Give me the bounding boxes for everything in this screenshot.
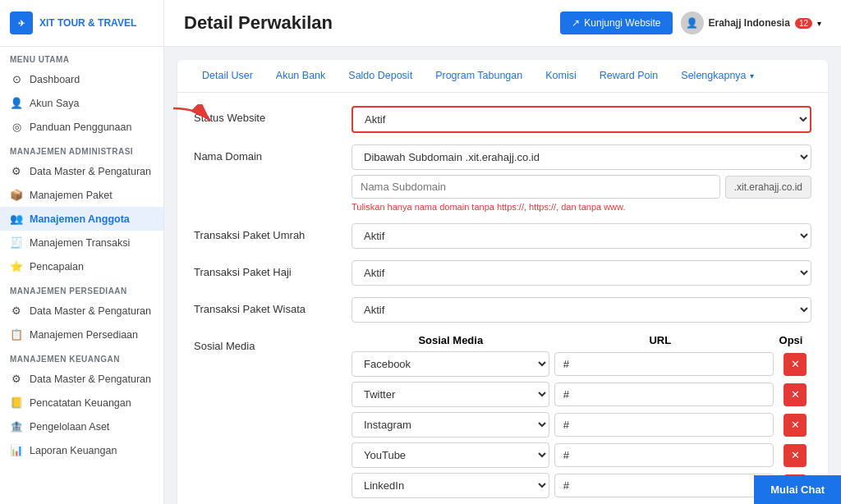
section-label-keuangan: Manajemen Keuangan [0,346,163,367]
transaksi-wisata-select[interactable]: Aktif Non Aktif [352,297,811,323]
social-delete-button-twitter[interactable]: ✕ [784,383,807,406]
social-row-instagram: FacebookTwitterInstagramYouTubeLinkedIn … [352,412,811,438]
kunjungi-label: Kunjungi Website [584,17,660,29]
users-icon: 👥 [10,213,23,225]
social-table-header: Sosial Media URL Opsi [352,334,811,346]
social-platform-select-instagram[interactable]: FacebookTwitterInstagramYouTubeLinkedIn [352,412,549,438]
tab-komisi[interactable]: Komisi [534,60,588,93]
gear-icon: ⚙ [10,165,23,177]
sidebar-item-manajemen-persediaan[interactable]: 📋 Manajemen Persediaan [0,323,163,346]
tab-reward-poin[interactable]: Reward Poin [588,60,670,93]
social-url-input-facebook[interactable] [554,352,774,376]
social-row-twitter: FacebookTwitterInstagramYouTubeLinkedIn … [352,382,811,407]
sidebar-item-label: Data Master & Pengaturan [30,166,151,177]
social-platform-select-linkedin[interactable]: FacebookTwitterInstagramYouTubeLinkedIn [352,473,549,498]
mulai-chat-button[interactable]: Mulai Chat [754,475,841,504]
sidebar-item-manajemen-transaksi[interactable]: 🧾 Manajemen Transaksi [0,231,163,254]
tab-program-tabungan[interactable]: Program Tabungan [424,60,534,93]
receipt-icon: 🧾 [10,236,23,249]
nama-domain-group: Nama Domain Dibawah Subdomain .xit.eraha… [194,144,811,212]
social-delete-button-facebook[interactable]: ✕ [784,353,807,376]
tab-selengkapnya[interactable]: Selengkapnya ▾ [669,60,765,93]
sidebar-item-akun-saya[interactable]: 👤 Akun Saya [0,91,163,115]
social-url-input-instagram[interactable] [554,413,774,437]
tab-detail-user[interactable]: Detail User [191,60,264,93]
dashboard-icon: ⊙ [10,73,23,85]
sidebar-item-data-master-keuangan[interactable]: ⚙ Data Master & Pengaturan [0,367,163,391]
tab-akun-bank[interactable]: Akun Bank [264,60,337,93]
sidebar-item-data-master-admin[interactable]: ⚙ Data Master & Pengaturan [0,159,163,183]
sidebar-item-label: Manajemen Anggota [30,213,130,225]
star-icon: ⭐ [10,260,23,273]
subdomain-row: .xit.erahajj.co.id [352,175,811,199]
chevron-down-icon: ▾ [750,71,754,80]
chevron-down-icon: ▾ [817,19,821,28]
social-row-linkedin: FacebookTwitterInstagramYouTubeLinkedIn … [352,473,811,498]
status-website-control: Aktif Non Aktif [352,106,811,133]
subdomain-input[interactable] [352,175,720,199]
social-platform-select-facebook[interactable]: FacebookTwitterInstagramYouTubeLinkedIn [352,351,549,377]
transaksi-umrah-select[interactable]: Aktif Non Aktif [352,223,811,249]
transaksi-umrah-label: Transaksi Paket Umrah [194,223,342,241]
subdomain-suffix: .xit.erahajj.co.id [725,176,811,199]
sidebar-item-manajemen-anggota[interactable]: 👥 Manajemen Anggota [0,207,163,231]
col-opsi: Opsi [770,334,811,346]
transaksi-wisata-control: Aktif Non Aktif [352,297,811,323]
kunjungi-website-button[interactable]: ↗ Kunjungi Website [560,11,672,34]
sidebar-item-dashboard[interactable]: ⊙ Dashboard [0,67,163,91]
social-url-input-twitter[interactable] [554,383,774,406]
external-link-icon: ↗ [572,17,580,29]
user-name: Erahajj Indonesia [709,17,790,29]
ledger-icon: 📒 [10,396,23,409]
transaksi-haji-select[interactable]: Aktif Non Aktif [352,260,811,286]
section-label-menu-utama: Menu Utama [0,47,163,67]
sidebar-item-pencatatan-keuangan[interactable]: 📒 Pencatatan Keuangan [0,391,163,415]
sidebar-section-manajemen-administrasi: Manajemen Administrasi ⚙ Data Master & P… [0,139,163,278]
page-title: Detail Perwakilan [184,12,333,34]
user-info[interactable]: 👤 Erahajj Indonesia 12 ▾ [681,11,822,34]
social-delete-button-instagram[interactable]: ✕ [784,414,807,437]
status-website-select[interactable]: Aktif Non Aktif [353,108,810,131]
sidebar-section-keuangan: Manajemen Keuangan ⚙ Data Master & Penga… [0,346,163,462]
form-area: Status Website Aktif Non Aktif Nama Doma… [177,93,828,504]
sidebar-item-label: Akun Saya [30,98,79,109]
sidebar-item-pencapaian[interactable]: ⭐ Pencapaian [0,254,163,278]
status-website-group: Status Website Aktif Non Aktif [194,106,811,133]
bank-icon: 🏦 [10,420,23,433]
social-row-youtube: FacebookTwitterInstagramYouTubeLinkedIn … [352,442,811,468]
social-platform-select-twitter[interactable]: FacebookTwitterInstagramYouTubeLinkedIn [352,382,549,407]
logo-icon: ✈ [10,11,33,34]
social-url-input-linkedin[interactable] [554,474,774,497]
sidebar-item-label: Data Master & Pengaturan [30,373,151,385]
sidebar-item-laporan-keuangan[interactable]: 📊 Laporan Keuangan [0,438,163,462]
social-delete-button-youtube[interactable]: ✕ [784,444,807,467]
sidebar-item-pengelolaan-aset[interactable]: 🏦 Pengelolaan Aset [0,415,163,438]
book-icon: ◎ [10,121,23,133]
nama-domain-select[interactable]: Dibawah Subdomain .xit.erahajj.co.id Dom… [352,144,811,170]
tab-saldo-deposit[interactable]: Saldo Deposit [337,60,424,93]
arrow-indicator [169,104,218,131]
notification-badge: 12 [795,18,812,29]
section-label-persediaan: Manajemen Persediaan [0,278,163,299]
sidebar-item-label: Laporan Keuangan [30,445,117,456]
sidebar-item-data-master-persediaan[interactable]: ⚙ Data Master & Pengaturan [0,299,163,323]
sidebar-section-persediaan: Manajemen Persediaan ⚙ Data Master & Pen… [0,278,163,346]
clipboard-icon: 📋 [10,328,23,341]
social-platform-select-youtube[interactable]: FacebookTwitterInstagramYouTubeLinkedIn [352,442,549,468]
sosial-media-label: Sosial Media [194,334,342,352]
status-select-wrapper: Aktif Non Aktif [352,106,811,133]
social-url-input-youtube[interactable] [554,443,774,467]
sidebar-item-label: Pencatatan Keuangan [30,397,131,409]
main-area: Detail Perwakilan ↗ Kunjungi Website 👤 E… [164,0,841,504]
content-card: Detail User Akun Bank Saldo Deposit Prog… [177,60,828,504]
gear-icon: ⚙ [10,373,23,385]
sidebar-item-label: Manajemen Paket [30,190,113,201]
sidebar-item-panduan[interactable]: ◎ Panduan Penggunaan [0,115,163,139]
avatar: 👤 [681,11,704,34]
sidebar-item-label: Manajemen Persediaan [30,329,138,341]
nama-domain-control: Dibawah Subdomain .xit.erahajj.co.id Dom… [352,144,811,212]
chart-icon: 📊 [10,444,23,456]
sidebar-item-manajemen-paket[interactable]: 📦 Manajemen Paket [0,183,163,207]
sidebar: ✈ XIT TOUR & TRAVEL Menu Utama ⊙ Dashboa… [0,0,164,504]
col-sosial-media: Sosial Media [352,334,550,346]
